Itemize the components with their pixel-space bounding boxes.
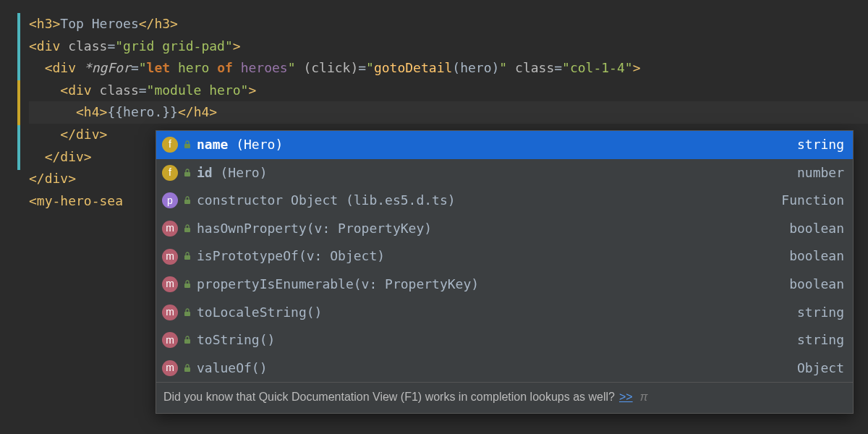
completion-label: propertyIsEnumerable(v: PropertyKey) [197, 273, 479, 296]
svg-rect-7 [184, 339, 190, 344]
kind-m-icon: m [162, 276, 178, 292]
completion-item[interactable]: m hasOwnProperty(v: PropertyKey) boolean [156, 215, 853, 243]
kind-p-icon: p [162, 192, 178, 208]
code-line-active: <h4>{{hero.}}</h4> [29, 101, 868, 124]
lock-icon [184, 329, 191, 352]
svg-rect-5 [184, 284, 190, 288]
lock-icon [184, 162, 191, 184]
hint-link[interactable]: >> [619, 387, 633, 407]
lock-icon [184, 245, 191, 268]
code-line: <div class="grid grid-pad"> [29, 35, 868, 58]
completion-label: valueOf() [197, 357, 268, 380]
code-line: <div class="module hero"> [29, 80, 868, 102]
completion-label: toLocaleString() [197, 302, 322, 324]
kind-m-icon: m [162, 305, 178, 320]
hint-text: Did you know that Quick Documentation Vi… [163, 387, 615, 407]
lock-icon [184, 218, 191, 240]
completion-item[interactable]: f name (Hero) string [156, 131, 853, 159]
completion-item[interactable]: m isPrototypeOf(v: Object) boolean [156, 242, 853, 271]
kind-f-icon: f [162, 137, 178, 153]
pi-icon: π [640, 387, 648, 407]
kind-f-icon: f [162, 165, 178, 181]
completion-type: boolean [789, 273, 844, 296]
lock-icon [184, 357, 191, 380]
completion-label: name (Hero) [197, 134, 283, 156]
completion-type: string [797, 302, 844, 324]
completion-hint: Did you know that Quick Documentation Vi… [156, 382, 853, 412]
svg-rect-2 [184, 200, 190, 204]
kind-m-icon: m [162, 249, 178, 265]
completion-item[interactable]: f id (Hero) number [156, 159, 853, 187]
completion-label: toString() [197, 329, 275, 352]
lock-icon [184, 302, 191, 324]
completion-popup[interactable]: f name (Hero) string f id (Hero) number … [156, 130, 854, 414]
completion-type: Function [781, 190, 844, 212]
kind-m-icon: m [162, 221, 178, 237]
completion-type: boolean [789, 245, 844, 268]
completion-label: isPrototypeOf(v: Object) [197, 245, 385, 268]
completion-label: constructor Object (lib.es5.d.ts) [197, 190, 456, 212]
lock-icon [184, 134, 191, 156]
change-gutter [17, 13, 20, 174]
completion-item[interactable]: m toLocaleString() string [156, 299, 853, 327]
lock-icon [184, 273, 191, 296]
lock-icon [184, 190, 191, 212]
completion-item[interactable]: m toString() string [156, 326, 853, 354]
code-line: <h3>Top Heroes</h3> [29, 13, 868, 35]
completion-type: number [797, 162, 844, 184]
completion-item[interactable]: p constructor Object (lib.es5.d.ts) Func… [156, 187, 853, 215]
code-line: <div *ngFor="let hero of heroes" (click)… [29, 57, 868, 80]
svg-rect-1 [184, 172, 190, 176]
svg-rect-4 [184, 255, 190, 260]
svg-rect-0 [184, 144, 190, 148]
completion-type: string [797, 329, 844, 352]
svg-rect-3 [184, 228, 190, 232]
kind-m-icon: m [162, 360, 178, 376]
completion-item[interactable]: m valueOf() Object [156, 354, 853, 383]
svg-rect-6 [184, 312, 190, 316]
completion-type: string [797, 134, 844, 156]
completion-label: id (Hero) [197, 162, 268, 184]
completion-label: hasOwnProperty(v: PropertyKey) [197, 218, 432, 240]
completion-type: boolean [789, 218, 844, 240]
completion-type: Object [797, 357, 844, 380]
kind-m-icon: m [162, 332, 178, 348]
completion-item[interactable]: m propertyIsEnumerable(v: PropertyKey) b… [156, 271, 853, 299]
svg-rect-8 [184, 367, 190, 372]
